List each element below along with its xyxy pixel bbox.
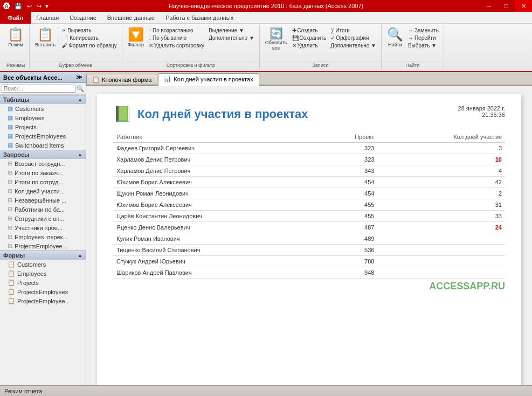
close-btn[interactable]: ✕ xyxy=(515,0,532,12)
ribbon-group-sort: 🔽 Фильтр ↑ По возрастанию ↓ По убыванию … xyxy=(122,25,260,69)
menu-file[interactable]: Файл xyxy=(0,12,31,24)
ribbon-label-find: Найти xyxy=(385,61,440,68)
refresh-button[interactable]: 🔄 Обновитьвсе xyxy=(263,27,289,52)
more-button[interactable]: Дополнительно ▼ xyxy=(329,42,378,49)
nav-item-query-8[interactable]: ⊞ Employees_перек... xyxy=(0,232,86,241)
sort-col: ↑ По возрастанию ↓ По убыванию ✕ Удалить… xyxy=(147,27,206,49)
totals-button[interactable]: ∑ Итоги xyxy=(329,27,378,34)
tab-button-form[interactable]: 📋 Кнопочная форма xyxy=(86,74,157,85)
window-controls: ─ □ ✕ xyxy=(480,0,532,12)
menu-create[interactable]: Создание xyxy=(64,12,102,24)
nav-item-query-2[interactable]: ⊞ Итоги по сотруд... xyxy=(0,177,86,186)
replace-button[interactable]: ↔ Заменить xyxy=(406,27,440,34)
sort-desc-button[interactable]: ↓ По убыванию xyxy=(147,34,206,41)
nav-item-query-0-label: Возраст сотрудн... xyxy=(15,161,65,167)
table-row: Фадеев Григорий Сергеевич3233 xyxy=(113,143,505,154)
nav-item-projects-employees-table[interactable]: ▦ ProjectsEmployees xyxy=(0,131,86,141)
cell-days: 2 xyxy=(377,188,505,199)
ribbon-group-records-content: 🔄 Обновитьвсе ✚ Создать 💾 Сохранить ✕ Уд… xyxy=(263,26,378,61)
nav-header-text: Все объекты Acce... xyxy=(3,74,63,81)
nav-item-query-3[interactable]: ⊞ Кол дней участи... xyxy=(0,186,86,196)
find-button[interactable]: 🔍 Найти xyxy=(385,27,405,48)
form-icon-projects: 📋 xyxy=(8,279,15,286)
ribbon-group-clipboard-content: 📋 Вставить ✂ Вырезать 📄 Копировать 🖌 Фор… xyxy=(33,26,119,61)
nav-item-form-pe2[interactable]: 📋 ProjectsEmployee... xyxy=(0,296,86,305)
create-record-label: Создать xyxy=(298,27,318,33)
goto-button[interactable]: → Перейти xyxy=(406,34,440,41)
nav-header-chevron[interactable]: ≫ xyxy=(76,74,82,81)
filter-label: Фильтр xyxy=(128,42,144,47)
copy-button[interactable]: 📄 Копировать xyxy=(60,34,119,41)
nav-item-customers-table[interactable]: ▦ Customers xyxy=(0,104,86,113)
tab-button-report[interactable]: 📊 Кол дней участия в проектах xyxy=(158,73,259,86)
selection-button[interactable]: Выделение ▼ xyxy=(207,27,256,34)
app-icon: 🅐 xyxy=(2,2,11,10)
menu-bar: Файл Главная Создание Внешние данные Раб… xyxy=(0,12,532,24)
totals-icon: ∑ xyxy=(330,27,334,33)
paste-button[interactable]: 📋 Вставить xyxy=(33,27,59,48)
cell-project: 323 xyxy=(317,143,377,154)
minimize-btn[interactable]: ─ xyxy=(480,0,498,12)
menu-external[interactable]: Внешние данные xyxy=(102,12,160,24)
menu-database[interactable]: Работа с базами данных xyxy=(160,12,239,24)
nav-item-query-5[interactable]: ⊞ Работники по ба... xyxy=(0,205,86,214)
dropdown-arrow[interactable]: ▼ xyxy=(44,3,50,9)
nav-item-form-pe[interactable]: 📋 ProjectsEmployees xyxy=(0,287,86,296)
title-bar: 🅐 💾 ↩ ↪ ▼ Научно-внедренческое предприят… xyxy=(0,0,532,12)
totals-label: Итоги xyxy=(335,27,349,33)
advanced-button[interactable]: Дополнительно ▼ xyxy=(207,34,256,41)
nav-item-projects-table[interactable]: ▦ Projects xyxy=(0,122,86,131)
nav-item-form-customers[interactable]: 📋 Customers xyxy=(0,260,86,269)
nav-item-query-7[interactable]: ⊞ Участники прое... xyxy=(0,223,86,232)
redo-btn[interactable]: ↪ xyxy=(34,1,44,11)
search-icon[interactable]: 🔍 xyxy=(77,85,84,92)
forms-chevron: ▲ xyxy=(78,253,82,258)
nav-item-form-projects[interactable]: 📋 Projects xyxy=(0,278,86,287)
menu-home[interactable]: Главная xyxy=(31,12,64,24)
nav-section-tables[interactable]: Таблицы ▲ xyxy=(0,95,86,104)
ribbon-group-modes: 📋 Режим Режимы xyxy=(2,25,30,69)
nav-section-queries[interactable]: Запросы ▲ xyxy=(0,150,86,159)
nav-search-bar: 🔍 xyxy=(0,83,86,95)
cell-days xyxy=(377,256,505,267)
ribbon-group-find: 🔍 Найти ↔ Заменить → Перейти Выбрать ▼ Н… xyxy=(382,25,444,69)
nav-search-input[interactable] xyxy=(2,85,75,93)
save-record-button[interactable]: 💾 Сохранить xyxy=(291,34,328,41)
nav-item-query-1[interactable]: ⊞ Итоги по заказч... xyxy=(0,168,86,177)
nav-item-query-9[interactable]: ⊞ ProjectsEmployee... xyxy=(0,241,86,251)
mode-label: Режим xyxy=(8,42,23,47)
select-button[interactable]: Выбрать ▼ xyxy=(406,42,440,49)
sort-asc-button[interactable]: ↑ По возрастанию xyxy=(147,27,206,34)
table-icon-employees: ▦ xyxy=(8,114,13,121)
filter-button[interactable]: 🔽 Фильтр xyxy=(126,27,146,48)
nav-section-forms[interactable]: Формы ▲ xyxy=(0,251,86,260)
cut-button[interactable]: ✂ Вырезать xyxy=(60,27,119,34)
spell-button[interactable]: ✓ Орфография xyxy=(329,34,378,41)
ribbon-group-records: 🔄 Обновитьвсе ✚ Создать 💾 Сохранить ✕ Уд… xyxy=(260,25,382,69)
nav-header[interactable]: Все объекты Acce... ≫ xyxy=(0,72,86,83)
nav-item-employees-table[interactable]: ▦ Employees xyxy=(0,113,86,122)
format-button[interactable]: 🖌 Формат по образцу xyxy=(60,42,119,49)
create-record-button[interactable]: ✚ Создать xyxy=(291,27,328,34)
maximize-btn[interactable]: □ xyxy=(498,0,515,12)
spell-icon: ✓ xyxy=(330,35,335,41)
nav-item-switchboard-table[interactable]: ▦ Switchboard Items xyxy=(0,141,86,150)
nav-item-query-5-label: Работники по ба... xyxy=(15,206,65,213)
nav-item-form-employees[interactable]: 📋 Employees xyxy=(0,269,86,278)
save-quick-btn[interactable]: 💾 xyxy=(12,1,24,11)
nav-item-query-0[interactable]: ⊞ Возраст сотрудн... xyxy=(0,159,86,168)
remove-sort-button[interactable]: ✕ Удалить сортировку xyxy=(147,42,206,49)
nav-item-query-4[interactable]: ⊞ Незавершённые ... xyxy=(0,196,86,205)
cell-worker: Яценко Денис Валерьевич xyxy=(113,222,317,233)
cell-worker: Щукин Роман Леонидович xyxy=(113,188,317,199)
sort-asc-label: По возрастанию xyxy=(153,27,194,33)
undo-btn[interactable]: ↩ xyxy=(25,1,34,11)
nav-panel: Все объекты Acce... ≫ 🔍 Таблицы ▲ ▦ Cust… xyxy=(0,72,86,385)
table-row: Юхимов Борис Алексеевич45442 xyxy=(113,177,505,188)
nav-item-query-6[interactable]: ⊞ Сотрудники с оп... xyxy=(0,214,86,223)
cell-worker: Шариков Андрей Павлович xyxy=(113,267,317,279)
mode-button[interactable]: 📋 Режим xyxy=(5,27,26,48)
ribbon-group-modes-content: 📋 Режим xyxy=(5,26,26,61)
cell-days xyxy=(377,267,505,279)
delete-record-button[interactable]: ✕ Удалить xyxy=(291,42,328,49)
